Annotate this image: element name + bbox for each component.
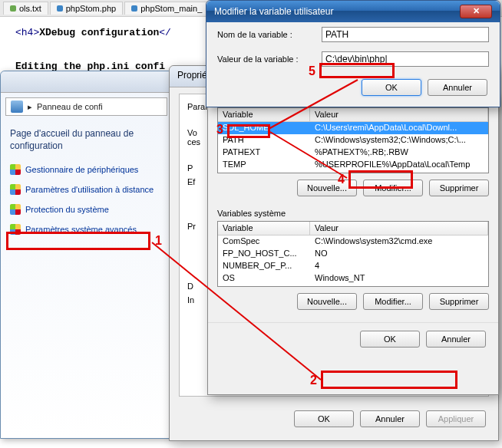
list-row[interactable]: OSWindows_NT — [218, 272, 488, 285]
new-button[interactable]: Nouvelle... — [297, 293, 357, 310]
cancel-button[interactable]: Annuler — [426, 331, 486, 348]
computer-icon — [11, 100, 23, 113]
new-button[interactable]: Nouvelle... — [297, 180, 357, 196]
list-row[interactable]: TEMP%USERPROFILE%\AppData\Local\Temp — [218, 159, 488, 171]
apply-button[interactable]: Appliquer — [426, 410, 486, 427]
list-row[interactable]: ComSpecC:\Windows\system32\cmd.exe — [218, 236, 488, 248]
ok-button[interactable]: OK — [294, 410, 354, 427]
cancel-button[interactable]: Annuler — [360, 410, 420, 427]
nav-advanced-system[interactable]: Paramètres système avancés — [10, 219, 163, 239]
edit-button[interactable]: Modifier... — [363, 293, 423, 310]
ok-button[interactable]: OK — [360, 331, 420, 348]
list-row[interactable]: FP_NO_HOST_C...NO — [218, 248, 488, 260]
editor-tab[interactable]: phpStom_main_ — [124, 2, 209, 15]
shield-icon — [10, 224, 21, 235]
ok-button[interactable]: OK — [362, 79, 421, 96]
shield-icon — [10, 184, 21, 195]
breadcrumb: Panneau de confi — [37, 102, 103, 111]
var-name-label: Nom de la variable : — [217, 30, 315, 39]
nav-heading: Page d'accueil du panneau de configurati… — [10, 128, 163, 152]
var-value-label: Valeur de la variable : — [217, 54, 315, 64]
shield-icon — [10, 164, 21, 175]
system-vars-list[interactable]: VariableValeur ComSpecC:\Windows\system3… — [217, 221, 489, 287]
delete-button[interactable]: Supprimer — [429, 180, 489, 196]
address-bar[interactable]: ▸ Panneau de confi — [5, 97, 167, 116]
editor-tab[interactable]: ols.txt — [3, 2, 48, 15]
list-row[interactable]: PATHEXT%PATHEXT%;.RB;.RBW — [218, 147, 488, 159]
user-vars-list[interactable]: VariableValeur SDL_HOMEC:\Users\remi\App… — [217, 107, 489, 173]
close-button[interactable]: ✕ — [460, 5, 492, 18]
edit-button[interactable]: Modifier... — [363, 180, 423, 196]
env-variables-dialog: VariableValeur SDL_HOMEC:\Users\remi\App… — [207, 96, 499, 395]
var-value-input[interactable] — [322, 51, 489, 67]
list-row[interactable]: PATHC:\Windows\system32;C:\Windows;C:\..… — [218, 134, 488, 147]
dialog-titlebar[interactable]: Modifier la variable utilisateur ✕ — [206, 1, 500, 22]
nav-remote-settings[interactable]: Paramètres d'utilisation à distance — [10, 180, 163, 199]
shield-icon — [10, 204, 21, 215]
var-name-input[interactable] — [322, 27, 489, 42]
cancel-button[interactable]: Annuler — [428, 79, 487, 96]
delete-button[interactable]: Supprimer — [429, 293, 489, 310]
window-titlebar[interactable] — [1, 71, 172, 93]
list-row[interactable]: SDL_HOMEC:\Users\remi\AppData\Local\Down… — [218, 122, 488, 134]
control-panel-window: ▸ Panneau de confi Page d'accueil du pan… — [0, 71, 173, 439]
edit-variable-dialog: Modifier la variable utilisateur ✕ Nom d… — [206, 0, 500, 107]
nav-system-protection[interactable]: Protection du système — [10, 199, 163, 219]
list-row[interactable]: NUMBER_OF_P...4 — [218, 260, 488, 272]
group-title: Variables système — [217, 209, 489, 218]
nav-device-manager[interactable]: Gestionnaire de périphériques — [10, 160, 163, 180]
editor-tab[interactable]: phpStom.php — [50, 2, 123, 15]
